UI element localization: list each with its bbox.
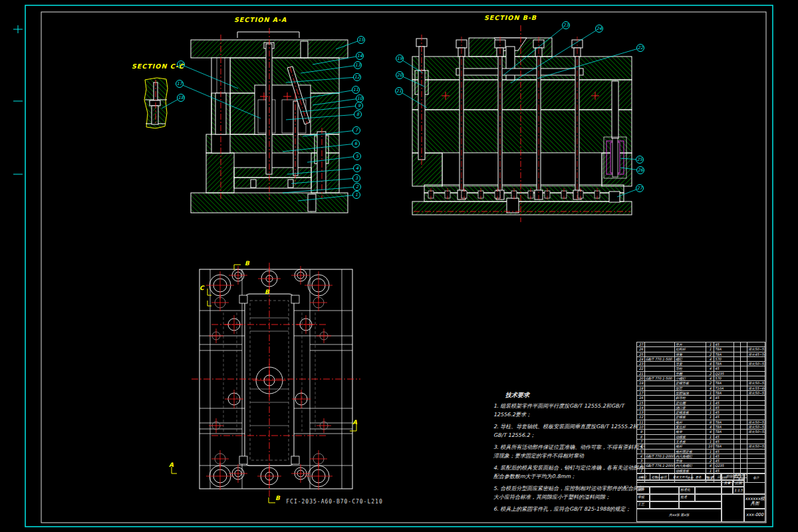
svg-text:17: 17 <box>177 81 183 86</box>
tb-drawing-code: xxx-000 <box>744 509 765 522</box>
svg-text:11: 11 <box>353 87 358 92</box>
notes-title: 技术要求 <box>505 391 645 400</box>
svg-text:13: 13 <box>355 63 361 68</box>
bom-row-12: 12定模板145 <box>636 414 765 419</box>
bom-row-27: 27垫片145 <box>636 342 765 346</box>
bom-row-25: 25弹簧2T8A淬火45~50 <box>636 352 765 356</box>
bom-row-9: 9推管4T8A淬火50~55 <box>636 429 765 434</box>
tb-rev-header-1: 处数 <box>650 474 660 479</box>
bom-row-23: 23导套4T8A淬火50~55 <box>636 361 765 366</box>
bom-row-18: 18型芯4T10A淬火55~60 <box>636 386 765 390</box>
bom-row-8: 8动模板145 <box>636 434 765 439</box>
svg-text:24: 24 <box>597 26 602 31</box>
tb-design-label: 设计 <box>636 487 650 494</box>
title-block: 标记处数分区更改文件号签名年、月、日 设计 标准化 审核 批准 工艺 共xx张 … <box>636 473 765 522</box>
bom-row-4: 4GB/T 770.1-2000内六角螺钉145 <box>636 454 765 458</box>
svg-text:27: 27 <box>637 186 643 191</box>
plan-marker-b-5: B <box>265 289 270 295</box>
svg-text:19: 19 <box>397 56 403 61</box>
bom-row-2: 2GB/T 776.1-2000内六角螺钉4Q235 <box>636 463 765 467</box>
bom-row-10: 10复位杆4T8A淬火50~55 <box>636 424 765 429</box>
tb-check-label: 审核 <box>636 494 650 501</box>
svg-text:10: 10 <box>357 96 363 101</box>
svg-text:22: 22 <box>638 45 644 51</box>
note-item-4: 4. 装配后的模具安装面贴合，销钉与定位准确，各有关运动部件配合参数般m大于平均… <box>493 464 645 481</box>
tb-stage-label: 阶段标记 <box>722 473 744 480</box>
bom-row-22: 22导柱445 <box>636 366 765 370</box>
plan-marker-a-2: A <box>352 419 357 426</box>
plan-view-drawing: BBAACB <box>169 260 360 503</box>
tb-rev-header-2: 分区 <box>660 474 669 479</box>
bom-row-13: 13定模座板145 <box>636 410 765 414</box>
bom-row-11: 11推杆8T8A淬火50~55 <box>636 420 765 424</box>
svg-text:25: 25 <box>637 157 643 162</box>
bom-row-19: 19定模垫板2T8A淬火50~55 <box>636 380 765 385</box>
svg-text:23: 23 <box>563 23 569 28</box>
note-item-6: 6. 模具上的紧固零件孔，应符合GB/T 825-1988的规定； <box>493 505 645 513</box>
note-item-1: 1. 组装模架零件平面间平行度按GB/T 12555.2和GB/T 12556.… <box>493 402 645 419</box>
note-item-3: 3. 模具所有活动部件保证位置准确、动作可靠，不得有歪斜和卡滞现象；要求固定的零… <box>493 443 645 460</box>
bom-row-1: 1动模座板145 <box>636 468 765 473</box>
bom-row-6: 6推杆10T8A淬火50~55 <box>636 444 765 448</box>
tb-drawing-title: xxxxxx模具图 <box>744 494 765 509</box>
section-bb-label: SECTION B-B <box>484 14 537 21</box>
bom-row-26: 26拉料杆1T8A淬火50~55 <box>636 346 765 351</box>
bom-row-15: 15定位圈145 <box>636 400 765 405</box>
bom-row-20: 20GB/T 770.1-500小螺钉4570 <box>636 376 765 380</box>
section-cc-drawing <box>144 78 168 128</box>
tb-approve-label: 批准 <box>679 494 695 501</box>
bom-row-21: 21垫圈2Q235 <box>636 371 765 376</box>
cad-drawing-sheet: BBAACB 123456789101112131415161718192021… <box>0 0 798 532</box>
tb-rev-header-3: 更改文件号 <box>669 474 692 479</box>
tb-scale-label: 比例 <box>733 480 744 487</box>
svg-text:21: 21 <box>396 88 402 94</box>
plan-marker-a-3: A <box>169 462 174 468</box>
note-item-5: 5. 合模后分型面应紧密贴合，应控制相对运动零部件的配合间隙大小应符合标准，其间… <box>493 484 645 501</box>
section-bb-drawing <box>412 25 632 222</box>
bom-row-5: 5推杆固定板145 <box>636 449 765 454</box>
svg-text:12: 12 <box>354 74 360 80</box>
bom-row-7: 7支承板145 <box>636 439 765 444</box>
svg-text:20: 20 <box>397 72 403 78</box>
technical-notes: 技术要求 1. 组装模架零件平面间平行度按GB/T 12555.2和GB/T 1… <box>493 391 645 517</box>
bom-row-14: 14浇口套145 <box>636 405 765 410</box>
bom-row-3: 3垫块245 <box>636 458 765 463</box>
svg-text:18: 18 <box>178 95 184 100</box>
tb-std-label: 标准化 <box>679 487 695 494</box>
tb-process-label: 工艺 <box>636 501 650 509</box>
tb-rev-header-5: 年、月、日 <box>706 474 722 479</box>
svg-text:15: 15 <box>358 37 364 43</box>
section-aa-label: SECTION A-A <box>234 16 287 23</box>
tb-rev-header-4: 签名 <box>692 474 706 479</box>
bom-row-17: 17型腔镶块1T8A淬火50~55 <box>636 390 765 395</box>
drawing-code: FCI-2035-A60-B70-C70-L210 <box>268 499 401 505</box>
bom-table: 27垫片14526拉料杆1T8A淬火50~5525弹簧2T8A淬火45~5024… <box>636 342 765 483</box>
tb-mass-label: 质量 <box>722 480 733 487</box>
bom-row-16: 16斜导柱445 <box>636 395 765 400</box>
section-cc-label: SECTION C-C <box>132 63 184 70</box>
section-aa-drawing <box>191 28 348 213</box>
svg-text:14: 14 <box>357 53 363 59</box>
note-item-2: 2. 导柱、导套轴线、模板安装面间垂直度按GB/T 12555.2和GB/T 1… <box>493 422 645 440</box>
plan-marker-b-0: B <box>245 260 250 267</box>
tb-rev-header-0: 标记 <box>637 474 650 479</box>
svg-text:1: 1 <box>355 192 358 198</box>
svg-text:26: 26 <box>638 168 644 173</box>
tb-scale-value: 1:1.5 <box>733 487 744 494</box>
tb-sheet-note: 共xx张 第x张 <box>636 509 722 522</box>
bom-row-24: 24GB/T 770.1-500螺钉4570 <box>636 356 765 361</box>
